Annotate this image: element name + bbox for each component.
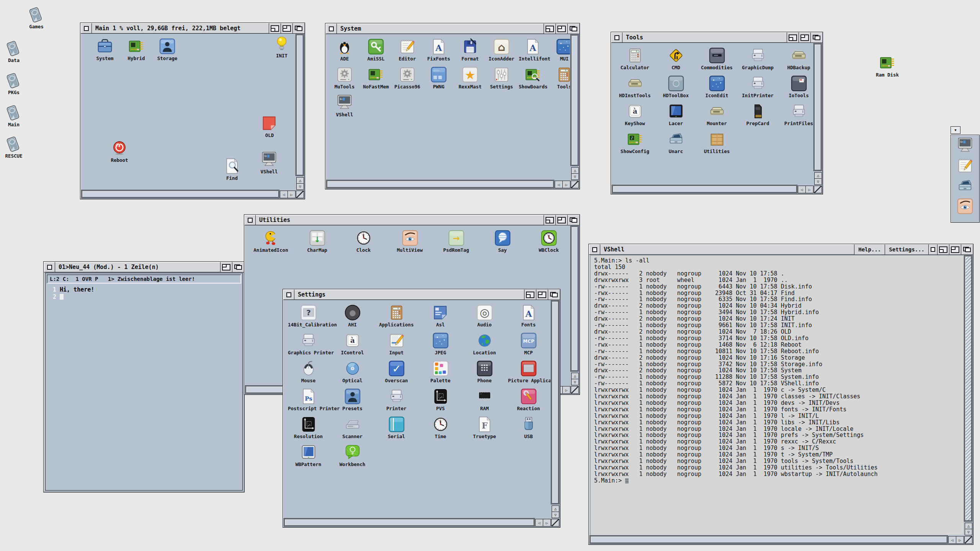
- horizontal-scrollbar[interactable]: [590, 535, 948, 544]
- icon-find[interactable]: Find: [215, 158, 249, 181]
- icon-phone[interactable]: Phone: [464, 360, 505, 383]
- scrollbar-knob[interactable]: [284, 519, 534, 526]
- icon-iotools[interactable]: IoTools: [780, 75, 813, 98]
- icon-pwng[interactable]: PWNG: [425, 66, 453, 90]
- icon-prepcard[interactable]: PrepCard: [739, 103, 777, 126]
- titlebar-editor[interactable]: 01>Neu_44 (Mod.) - 1 Zeile(n): [44, 262, 244, 272]
- horizontal-scrollbar[interactable]: [612, 185, 797, 193]
- scrollbar-knob[interactable]: [590, 536, 947, 543]
- scrollbar-knob[interactable]: [327, 181, 554, 187]
- icon-icontrol[interactable]: àIControl: [332, 332, 373, 355]
- icon-old[interactable]: OLD: [252, 115, 287, 138]
- icon-audio[interactable]: ◎Audio: [464, 304, 505, 328]
- titlebar-main[interactable]: Main 1 % voll, 29,6GB frei, 222,1MB bele…: [81, 23, 304, 34]
- icon-pkgs[interactable]: PKGs: [0, 72, 32, 95]
- scroll-up-arrow[interactable]: △: [571, 373, 579, 379]
- snapshot-gadget[interactable]: [928, 245, 937, 254]
- scroll-right-arrow[interactable]: ▷: [543, 519, 551, 527]
- scrollbar-knob[interactable]: [612, 186, 797, 192]
- vertical-scrollbar[interactable]: [570, 226, 579, 372]
- icon-clock[interactable]: Clock: [342, 230, 385, 253]
- icon-iconadder[interactable]: ⌂IconAdder: [487, 38, 516, 62]
- zoom-gadget[interactable]: [799, 33, 810, 42]
- scroll-down-arrow[interactable]: ▽: [965, 529, 972, 535]
- scroll-left-arrow[interactable]: ◁: [948, 536, 956, 544]
- icon-intellifont[interactable]: AIntellifont: [519, 38, 547, 62]
- icon-location[interactable]: Location: [464, 332, 505, 355]
- depth-gadget[interactable]: [567, 24, 579, 34]
- iconify-gadget[interactable]: [937, 245, 949, 254]
- icon-vshell[interactable]: 1>VShell: [330, 94, 359, 117]
- scroll-up-arrow[interactable]: △: [296, 177, 304, 184]
- icon-palette[interactable]: Palette: [420, 360, 461, 383]
- icon-showboards[interactable]: ShowBoards: [519, 66, 547, 90]
- icon-unarc[interactable]: Unarc: [657, 131, 695, 154]
- icon-charmap[interactable]: ↓CharMap: [296, 230, 339, 253]
- icon-main[interactable]: Main: [0, 104, 32, 127]
- dock-item-unarc[interactable]: [957, 178, 973, 194]
- icon-showconfig[interactable]: ♪ShowConfig: [616, 131, 654, 154]
- icon-rexxmast[interactable]: ★RexxMast: [456, 66, 484, 90]
- icon-initprinter[interactable]: InitPrinter: [739, 75, 777, 98]
- icon-time[interactable]: Time: [420, 416, 461, 439]
- scroll-up-arrow[interactable]: △: [571, 167, 579, 174]
- icon-tools[interactable]: 0.Tools: [550, 66, 570, 90]
- icon-multiview[interactable]: MultiView: [388, 230, 431, 253]
- icon-reaction[interactable]: Reaction: [508, 388, 549, 411]
- scroll-right-arrow[interactable]: ▷: [562, 386, 570, 394]
- icon-amissl[interactable]: AmiSSL: [362, 38, 390, 62]
- dock-item-vshell[interactable]: 1>: [957, 137, 973, 154]
- icon-ade[interactable]: ADE: [330, 38, 359, 62]
- icon-pvs[interactable]: PVS: [420, 388, 461, 411]
- scroll-down-arrow[interactable]: ▽: [814, 178, 822, 185]
- editor-area[interactable]: L:2 C: 1 OVR P 1> Zwischenablage ist lee…: [45, 273, 243, 491]
- icon-mui[interactable]: MUI: [550, 38, 570, 62]
- iconify-gadget[interactable]: [544, 215, 555, 225]
- scroll-left-arrow[interactable]: ◁: [535, 519, 543, 527]
- depth-gadget[interactable]: [567, 215, 579, 225]
- scroll-left-arrow[interactable]: ◁: [280, 191, 288, 198]
- scroll-up-arrow[interactable]: △: [552, 505, 559, 512]
- scroll-up-arrow[interactable]: △: [814, 172, 822, 179]
- iconify-gadget[interactable]: [544, 24, 555, 34]
- icon-truetype[interactable]: FTruetype: [464, 416, 505, 439]
- scroll-right-arrow[interactable]: ▷: [562, 181, 570, 188]
- scroll-down-arrow[interactable]: ▽: [552, 512, 559, 518]
- icon-nofastmem[interactable]: NoFastMem: [362, 66, 390, 90]
- vertical-scrollbar[interactable]: [551, 300, 559, 504]
- icon-hdbackup[interactable]: HDBackup: [780, 47, 813, 70]
- scrollbar-knob[interactable]: [965, 256, 972, 521]
- icon-editor[interactable]: Editor: [393, 38, 421, 62]
- icon-ahi[interactable]: ●AHI: [332, 304, 373, 328]
- icon-optical[interactable]: Optical: [332, 360, 373, 383]
- zoom-gadget[interactable]: [536, 290, 548, 300]
- depth-gadget[interactable]: [548, 290, 560, 300]
- icon-games[interactable]: Games: [18, 6, 55, 29]
- close-gadget[interactable]: [245, 215, 256, 225]
- icon-psdromtag[interactable]: →PsdRomTag: [434, 230, 478, 253]
- icon-keyshow[interactable]: àKeyShow: [616, 103, 654, 126]
- icon-presets[interactable]: Presets: [332, 388, 373, 411]
- scroll-right-arrow[interactable]: ▷: [287, 191, 296, 198]
- zoom-gadget[interactable]: [281, 23, 292, 33]
- terminal-output[interactable]: 5.Main:> ls -all total 150 drwx------ 2 …: [590, 255, 964, 535]
- icon-hdinsttools[interactable]: HDInstTools: [616, 75, 654, 98]
- icon-say[interactable]: Say: [481, 230, 524, 253]
- icon-ram[interactable]: RAM: [464, 388, 505, 411]
- icon-mouse[interactable]: Mouse: [288, 360, 329, 383]
- close-gadget[interactable]: [611, 33, 622, 42]
- resize-gadget[interactable]: [296, 191, 304, 198]
- icon-cmd[interactable]: CMD: [657, 47, 695, 70]
- close-gadget[interactable]: [283, 290, 294, 300]
- scroll-left-arrow[interactable]: ◁: [798, 186, 806, 193]
- icon-init[interactable]: INIT: [265, 35, 295, 59]
- dock-item-editor[interactable]: [957, 157, 973, 174]
- editor-line[interactable]: 1Hi, there!: [46, 286, 242, 293]
- depth-gadget[interactable]: [232, 262, 244, 272]
- titlebar-settings[interactable]: Settings: [283, 290, 560, 300]
- icon-input[interactable]: Input: [376, 332, 417, 355]
- resize-gadget[interactable]: [964, 536, 972, 544]
- icon-overscan[interactable]: ✓Overscan: [376, 360, 417, 383]
- icon-mutools[interactable]: MuTools: [330, 66, 359, 90]
- zoom-gadget[interactable]: [555, 215, 567, 225]
